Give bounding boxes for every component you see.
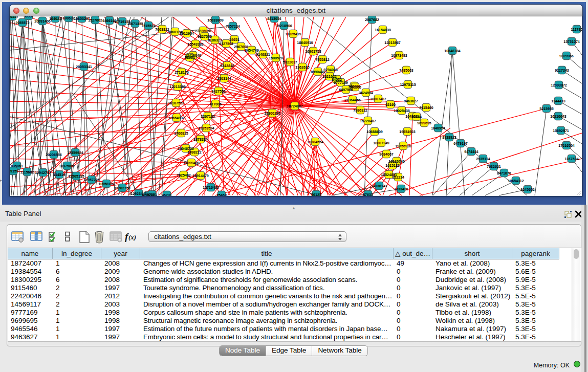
svg-text:18300295: 18300295 bbox=[264, 112, 280, 116]
svg-text:16914479: 16914479 bbox=[192, 174, 209, 178]
svg-text:8454749: 8454749 bbox=[245, 49, 259, 53]
svg-text:19654923: 19654923 bbox=[399, 130, 416, 134]
svg-text:18807249: 18807249 bbox=[373, 141, 389, 145]
svg-text:164023: 164023 bbox=[49, 17, 61, 21]
svg-text:8938923: 8938923 bbox=[442, 136, 456, 140]
svg-text:16107553: 16107553 bbox=[168, 101, 184, 105]
svg-text:9329966: 9329966 bbox=[559, 54, 574, 58]
svg-text:417006: 417006 bbox=[209, 102, 222, 106]
svg-text:9327508: 9327508 bbox=[219, 42, 233, 46]
svg-text:15716485: 15716485 bbox=[203, 186, 219, 190]
svg-text:16154838: 16154838 bbox=[375, 28, 391, 32]
svg-text:9699695: 9699695 bbox=[417, 121, 431, 125]
svg-text:1733426: 1733426 bbox=[394, 187, 408, 191]
svg-text:835061: 835061 bbox=[11, 164, 23, 168]
svg-text:89444: 89444 bbox=[411, 115, 422, 119]
svg-text:2803144: 2803144 bbox=[217, 77, 231, 81]
svg-text:7625402: 7625402 bbox=[177, 173, 191, 178]
svg-text:7955812: 7955812 bbox=[315, 58, 330, 62]
svg-text:5322037: 5322037 bbox=[283, 60, 297, 64]
svg-text:10648784: 10648784 bbox=[444, 49, 461, 53]
svg-text:9115460: 9115460 bbox=[419, 106, 433, 110]
svg-text:1640954: 1640954 bbox=[431, 126, 445, 130]
svg-text:25463: 25463 bbox=[216, 193, 227, 196]
svg-text:12975115: 12975115 bbox=[400, 83, 416, 87]
svg-text:87631: 87631 bbox=[363, 193, 373, 196]
svg-text:15720407: 15720407 bbox=[360, 119, 376, 123]
svg-text:8427552: 8427552 bbox=[211, 90, 226, 94]
svg-text:2935114: 2935114 bbox=[476, 157, 490, 161]
svg-text:1244413: 1244413 bbox=[551, 99, 565, 103]
svg-text:9474444: 9474444 bbox=[464, 150, 478, 154]
svg-text:30557: 30557 bbox=[24, 16, 34, 18]
svg-text:10975857: 10975857 bbox=[59, 164, 75, 168]
svg-text:15692971: 15692971 bbox=[553, 129, 569, 133]
svg-text:46231: 46231 bbox=[162, 193, 172, 196]
svg-text:8813054: 8813054 bbox=[267, 17, 281, 21]
svg-text:111785: 111785 bbox=[571, 28, 582, 32]
svg-text:66125: 66125 bbox=[311, 193, 321, 196]
svg-text:19384554: 19384554 bbox=[307, 140, 323, 144]
svg-text:10853267: 10853267 bbox=[74, 17, 90, 21]
svg-text:13353594: 13353594 bbox=[198, 126, 214, 130]
svg-text:98961: 98961 bbox=[185, 56, 195, 60]
svg-text:18724007: 18724007 bbox=[287, 104, 303, 108]
svg-text:10654112: 10654112 bbox=[508, 179, 524, 183]
svg-text:16210643: 16210643 bbox=[550, 115, 567, 119]
svg-text:16671355: 16671355 bbox=[127, 22, 143, 26]
svg-text:746266: 746266 bbox=[349, 85, 361, 90]
svg-text:2055572: 2055572 bbox=[15, 21, 30, 25]
svg-text:1167534: 1167534 bbox=[564, 157, 578, 161]
svg-text:54651: 54651 bbox=[229, 38, 239, 42]
svg-text:20206556: 20206556 bbox=[46, 153, 62, 157]
svg-text:9084067: 9084067 bbox=[379, 152, 394, 157]
svg-text:10807487: 10807487 bbox=[370, 97, 386, 101]
svg-text:10958107: 10958107 bbox=[98, 182, 115, 186]
svg-text:9146821: 9146821 bbox=[256, 53, 270, 57]
svg-text:9777169: 9777169 bbox=[334, 81, 348, 85]
svg-text:19218506: 19218506 bbox=[276, 24, 292, 28]
svg-text:9242848: 9242848 bbox=[220, 64, 234, 68]
svg-text:23226058: 23226058 bbox=[195, 29, 211, 33]
svg-text:97551: 97551 bbox=[147, 193, 157, 196]
svg-text:18640910: 18640910 bbox=[297, 41, 313, 45]
svg-text:9227343: 9227343 bbox=[555, 69, 569, 73]
svg-text:19654932: 19654932 bbox=[168, 116, 185, 120]
svg-text:16543382: 16543382 bbox=[187, 42, 204, 47]
svg-text:16120746: 16120746 bbox=[388, 160, 405, 164]
svg-text:20091406: 20091406 bbox=[34, 19, 51, 24]
svg-text:8471676: 8471676 bbox=[497, 171, 511, 176]
svg-text:7632621: 7632621 bbox=[487, 165, 501, 169]
svg-text:15751074: 15751074 bbox=[563, 40, 580, 44]
svg-text:12213389: 12213389 bbox=[169, 85, 186, 89]
svg-text:16961758: 16961758 bbox=[305, 50, 321, 54]
svg-text:7357224: 7357224 bbox=[226, 25, 240, 29]
svg-text:8878334: 8878334 bbox=[193, 138, 208, 142]
svg-text:10025438: 10025438 bbox=[394, 109, 410, 113]
svg-text:1498222: 1498222 bbox=[187, 150, 202, 155]
svg-text:252214: 252214 bbox=[392, 176, 404, 180]
svg-text:12942737: 12942737 bbox=[35, 171, 51, 175]
svg-text:17016504: 17016504 bbox=[558, 144, 575, 148]
svg-text:14099489: 14099489 bbox=[183, 161, 200, 165]
svg-text:9245652: 9245652 bbox=[520, 188, 535, 192]
svg-text:1588520: 1588520 bbox=[269, 56, 283, 60]
svg-text:8912954: 8912954 bbox=[180, 32, 194, 36]
svg-text:1362615: 1362615 bbox=[295, 65, 310, 70]
svg-text:5215955: 5215955 bbox=[539, 107, 554, 111]
svg-text:11325419: 11325419 bbox=[285, 32, 301, 36]
svg-text:1766825: 1766825 bbox=[174, 132, 188, 136]
svg-text:140557: 140557 bbox=[10, 16, 18, 19]
svg-text:2718176: 2718176 bbox=[175, 71, 189, 75]
svg-text:198632: 198632 bbox=[62, 16, 75, 20]
svg-text:12505135: 12505135 bbox=[68, 174, 84, 179]
svg-text:14136141: 14136141 bbox=[371, 184, 387, 188]
svg-text:62160: 62160 bbox=[385, 103, 396, 107]
svg-text:10973493: 10973493 bbox=[391, 54, 407, 58]
svg-text:7663822: 7663822 bbox=[155, 28, 169, 32]
svg-text:3624554: 3624554 bbox=[359, 91, 373, 95]
svg-text:(x): (x) bbox=[128, 233, 136, 241]
svg-text:3267130: 3267130 bbox=[201, 115, 215, 119]
svg-text:10688609: 10688609 bbox=[366, 130, 383, 134]
svg-text:17957225: 17957225 bbox=[83, 178, 100, 182]
